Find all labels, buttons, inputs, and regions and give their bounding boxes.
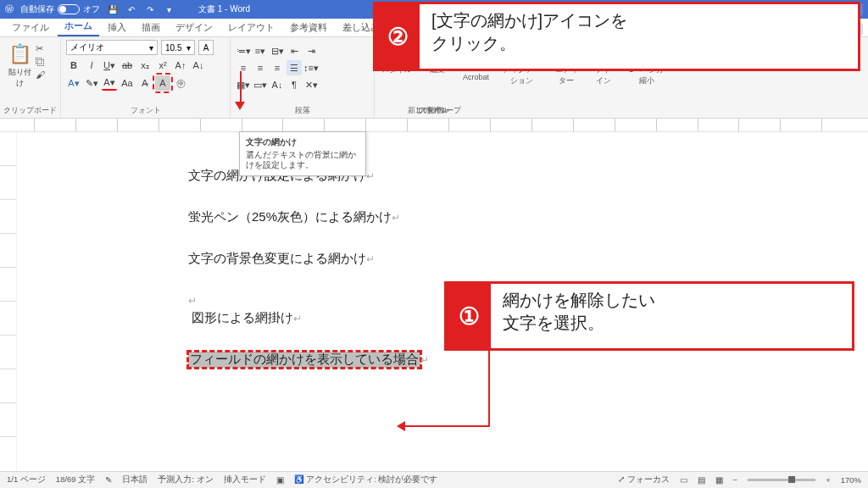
tooltip-title: 文字の網かけ (246, 136, 359, 148)
autosave-state: オフ (83, 3, 100, 15)
shading-button[interactable]: ▦▾ (236, 77, 251, 92)
return-mark: ↵ (366, 170, 375, 182)
callout-text: 網かけを解除したい 文字を選択。 (491, 284, 667, 348)
status-proofing-icon[interactable]: ✎ (105, 475, 112, 485)
change-case-button[interactable]: A (198, 40, 214, 55)
status-page[interactable]: 1/1 ページ (7, 474, 46, 485)
multilevel-list-button[interactable]: ⊟▾ (270, 43, 285, 58)
status-language[interactable]: 日本語 (122, 474, 147, 485)
zoom-level[interactable]: 170% (841, 475, 861, 485)
justify-button[interactable]: ☰ (287, 60, 302, 75)
callout-text: [文字の網かけ]アイコンを クリック。 (420, 4, 639, 69)
vertical-ruler[interactable] (0, 132, 17, 471)
return-mark: ↵ (420, 354, 429, 366)
status-word-count[interactable]: 18/69 文字 (56, 474, 95, 485)
borders-button[interactable]: ▭▾ (253, 77, 268, 92)
sort-button[interactable]: A↓ (270, 77, 285, 92)
format-painter-icon[interactable]: 🖌 (36, 69, 45, 80)
paste-label: 貼り付け (8, 68, 31, 87)
undo-icon[interactable]: ↶ (125, 5, 137, 14)
save-icon[interactable]: 💾 (107, 5, 119, 14)
tab-insert[interactable]: 挿入 (101, 19, 133, 36)
copy-icon[interactable]: ⿻ (36, 57, 45, 67)
clipboard-icon: 📋 (5, 43, 34, 65)
character-shading-tooltip: 文字の網かけ 選んだテキストの背景に網かけを設定します。 (239, 131, 366, 176)
paste-button[interactable]: 📋 貼り付け (5, 40, 34, 89)
chevron-down-icon: ▾ (149, 43, 153, 53)
annotation-arrow-1a (488, 351, 490, 427)
annotation-arrow-2 (240, 71, 242, 103)
view-print-icon[interactable]: ▤ (698, 475, 705, 485)
tab-layout[interactable]: レイアウト (221, 19, 281, 36)
phonetic-guide-button[interactable]: Aa (120, 75, 135, 91)
doc-line-selected[interactable]: フィールドの網かけを表示している場合↵ (188, 350, 844, 369)
highlight-button[interactable]: ✎▾ (84, 75, 99, 91)
strikethrough-button[interactable]: ab (120, 58, 135, 73)
status-macro-icon[interactable]: ▣ (276, 475, 284, 485)
word-app-icon: Ⓦ (5, 3, 14, 15)
arrowhead-icon (235, 102, 245, 110)
annotation-arrow-1b (405, 425, 490, 427)
autosave-label: 自動保存 (20, 3, 54, 15)
return-mark: ↵ (188, 295, 197, 307)
doc-line[interactable]: 蛍光ペン（25%灰色）による網かけ↵ (188, 208, 844, 227)
subscript-button[interactable]: x₂ (137, 58, 153, 73)
arrowhead-icon (397, 421, 405, 431)
show-marks-button[interactable]: ¶ (287, 77, 302, 92)
tab-draw[interactable]: 描画 (135, 19, 167, 36)
status-bar: 1/1 ページ 18/69 文字 ✎ 日本語 予測入力: オン 挿入モード ▣ … (0, 471, 868, 488)
cut-icon[interactable]: ✂ (36, 43, 45, 54)
return-mark: ↵ (392, 212, 400, 224)
enclose-characters-button[interactable]: ㊥ (173, 75, 188, 91)
align-left-button[interactable]: ≡ (236, 60, 251, 75)
underline-button[interactable]: U▾ (102, 58, 117, 73)
qat-dropdown-icon[interactable]: ▾ (163, 5, 175, 14)
decrease-indent-button[interactable]: ⇤ (287, 43, 302, 58)
italic-button[interactable]: I (84, 58, 99, 73)
toggle-off-icon[interactable] (58, 4, 80, 14)
tab-home[interactable]: ホーム (58, 18, 99, 36)
superscript-button[interactable]: x² (155, 58, 170, 73)
font-size-combo[interactable]: 10.5▾ (161, 40, 195, 55)
zoom-out-button[interactable]: − (733, 475, 738, 485)
align-center-button[interactable]: ≡ (253, 60, 268, 75)
autosave-toggle[interactable]: 自動保存 オフ (20, 3, 100, 15)
numbering-button[interactable]: ≡▾ (253, 43, 268, 58)
align-right-button[interactable]: ≡ (270, 60, 285, 75)
quick-access-toolbar: 💾 ↶ ↷ ▾ (107, 5, 175, 14)
callout-number: ② (376, 4, 420, 69)
redo-icon[interactable]: ↷ (144, 5, 156, 14)
tooltip-body: 選んだテキストの背景に網かけを設定します。 (246, 150, 359, 172)
callout-1: ① 網かけを解除したい 文字を選択。 (444, 281, 854, 351)
font-name-combo[interactable]: メイリオ▾ (66, 40, 158, 55)
status-focus[interactable]: ⤢ フォーカス (618, 474, 670, 485)
selected-text[interactable]: フィールドの網かけを表示している場合 (188, 352, 420, 368)
status-predictive[interactable]: 予測入力: オン (158, 474, 213, 485)
shrink-font-button[interactable]: A↓ (191, 58, 206, 73)
horizontal-ruler[interactable] (0, 119, 868, 132)
return-mark: ↵ (366, 253, 375, 265)
tab-file[interactable]: ファイル (5, 19, 56, 36)
clear-formatting-button[interactable]: A̶ (137, 75, 153, 91)
view-web-icon[interactable]: ▦ (715, 475, 723, 485)
bold-button[interactable]: B (66, 58, 81, 73)
view-read-icon[interactable]: ▭ (680, 475, 687, 485)
status-accessibility[interactable]: ♿ アクセシビリティ: 検討が必要です (294, 474, 438, 485)
status-insert-mode[interactable]: 挿入モード (224, 474, 266, 485)
doc-line[interactable]: 文字の背景色変更による網かけ↵ (188, 249, 844, 269)
line-spacing-button[interactable]: ↕≡▾ (303, 60, 319, 75)
bullets-button[interactable]: ≔▾ (236, 43, 251, 58)
zoom-slider[interactable] (748, 479, 815, 481)
tab-references[interactable]: 参考資料 (283, 19, 334, 36)
increase-indent-button[interactable]: ⇥ (303, 43, 319, 58)
callout-number: ① (447, 284, 491, 348)
text-effects-button[interactable]: A▾ (66, 75, 81, 91)
asian-layout-button[interactable]: ✕▾ (303, 77, 319, 92)
chevron-down-icon: ▾ (186, 43, 191, 53)
grow-font-button[interactable]: A↑ (173, 58, 188, 73)
callout-2: ② [文字の網かけ]アイコンを クリック。 (373, 2, 860, 71)
character-shading-button[interactable]: A (155, 75, 170, 91)
zoom-in-button[interactable]: + (826, 475, 831, 485)
tab-design[interactable]: デザイン (169, 19, 220, 36)
font-color-button[interactable]: A▾ (102, 75, 117, 91)
